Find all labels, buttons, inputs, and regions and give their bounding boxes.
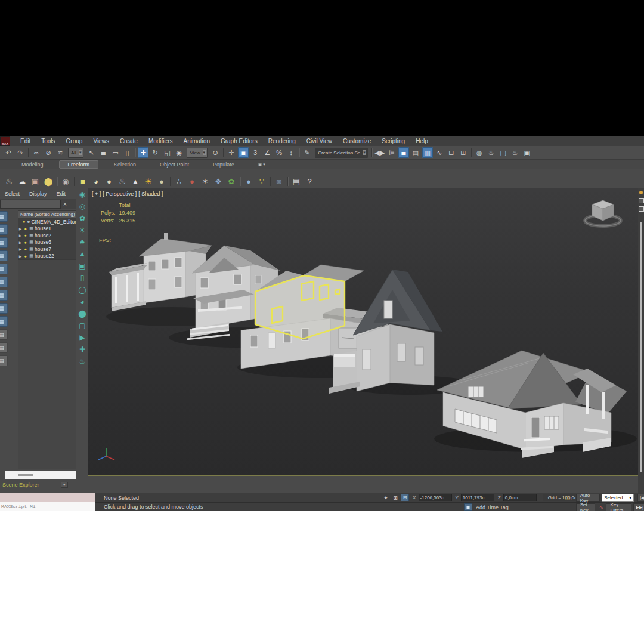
- teapot-tool-icon[interactable]: ♨: [79, 355, 86, 367]
- named-selection-set-dropdown[interactable]: Create Selection Se▾: [315, 148, 368, 158]
- snaps-toggle-icon[interactable]: ▣: [238, 147, 249, 158]
- selected-dropdown[interactable]: Selected▾: [602, 494, 634, 502]
- rectangular-region-icon[interactable]: ▭: [110, 147, 120, 158]
- isolate-selection-icon[interactable]: ✦: [382, 495, 390, 501]
- scatter-icon[interactable]: ∴: [173, 175, 185, 187]
- explorer-horizontal-scrollbar[interactable]: [5, 471, 76, 479]
- render-setup-icon[interactable]: ♨: [486, 147, 497, 158]
- light-bulb-icon[interactable]: ●: [23, 233, 28, 237]
- redo-icon[interactable]: ↷: [15, 147, 26, 158]
- dock-icon-3[interactable]: ▦: [0, 237, 8, 248]
- max-logo-icon[interactable]: MAX: [0, 136, 10, 146]
- select-and-manipulate-icon[interactable]: ✛: [226, 147, 237, 158]
- expand-arrow-icon[interactable]: ▶: [18, 240, 23, 244]
- plant-icon[interactable]: ✿: [79, 212, 85, 224]
- light-bulb-icon[interactable]: ●: [23, 240, 28, 244]
- select-by-name-icon[interactable]: ≣: [98, 147, 109, 158]
- explorer-row-house1[interactable]: ▶●▦house1: [18, 225, 76, 233]
- mirror-icon[interactable]: ◀▶: [374, 147, 385, 158]
- lamp-icon[interactable]: ⬤: [42, 175, 54, 187]
- dock-icon-9[interactable]: ▦: [0, 316, 8, 327]
- rendered-frame-icon[interactable]: ▢: [498, 147, 509, 158]
- cloud-icon[interactable]: ☁: [16, 175, 28, 187]
- menu-edit[interactable]: Edit: [15, 138, 36, 144]
- teapot2-icon[interactable]: ♨: [116, 175, 128, 187]
- select-and-move-icon[interactable]: ✚: [138, 147, 148, 158]
- dock-icon-6[interactable]: ▦: [0, 277, 8, 287]
- explorer-menu-select[interactable]: Select: [0, 191, 24, 197]
- select-and-place-icon[interactable]: ◉: [174, 147, 184, 158]
- dock-icon-12[interactable]: ▤: [0, 355, 8, 366]
- orbit-icon[interactable]: ◯: [78, 284, 86, 296]
- help-icon[interactable]: ?: [304, 175, 315, 187]
- menu-tools[interactable]: Tools: [36, 138, 60, 144]
- menu-customize[interactable]: Customize: [338, 138, 376, 144]
- window-tool-icon[interactable]: ▢: [79, 320, 85, 332]
- dock-icon-4[interactable]: ▦: [0, 250, 8, 261]
- scene-explorer-toggle-icon[interactable]: ▥: [422, 147, 433, 158]
- angle-snap-icon[interactable]: ∠: [262, 147, 273, 158]
- panel-splitter[interactable]: [640, 222, 642, 472]
- explorer-menu-display[interactable]: Display: [24, 191, 52, 197]
- menu-graph-editors[interactable]: Graph Editors: [215, 138, 263, 144]
- rock-icon[interactable]: ❖: [212, 175, 224, 187]
- curve-editor-icon[interactable]: ∿: [434, 147, 445, 158]
- expand-arrow-icon[interactable]: ▶: [18, 254, 23, 258]
- sun-icon[interactable]: ☀: [143, 175, 154, 187]
- book-icon[interactable]: ▤: [290, 175, 302, 187]
- image-window-icon[interactable]: ▣: [29, 175, 41, 187]
- menu-help[interactable]: Help: [410, 138, 434, 144]
- set-key-button[interactable]: Set Key: [576, 503, 595, 512]
- dock-icon-2[interactable]: ▦: [0, 224, 8, 235]
- expand-arrow-icon[interactable]: ▶: [18, 233, 23, 237]
- spinner-snap-icon[interactable]: ↕: [286, 147, 296, 158]
- tab-freeform[interactable]: Freeform: [59, 160, 99, 169]
- mountain-icon[interactable]: ▲: [79, 248, 86, 260]
- menu-rendering[interactable]: Rendering: [263, 138, 301, 144]
- biped-icon[interactable]: ✶: [199, 175, 211, 187]
- grass-icon[interactable]: ✿: [225, 175, 237, 187]
- select-and-rotate-icon[interactable]: ↻: [150, 147, 160, 158]
- image-frame-icon[interactable]: ▣: [79, 260, 85, 272]
- undo-icon[interactable]: ↶: [3, 147, 14, 158]
- manage-layers-icon[interactable]: ≣: [398, 147, 409, 158]
- menu-views[interactable]: Views: [88, 138, 114, 144]
- window-crossing-icon[interactable]: ▯: [122, 147, 132, 158]
- dock-icon-5[interactable]: ▦: [0, 264, 8, 274]
- clip-icon[interactable]: ▶: [79, 332, 85, 343]
- unlink-icon[interactable]: ⊘: [43, 147, 54, 158]
- trees-icon[interactable]: ♣: [80, 236, 85, 248]
- explorer-menu-button[interactable]: ▾: [61, 482, 68, 488]
- menu-scripting[interactable]: Scripting: [376, 138, 410, 144]
- schematic-view-icon[interactable]: ⊞: [458, 147, 469, 158]
- percent-snap-icon[interactable]: %: [274, 147, 284, 158]
- explorer-row-house22[interactable]: ▶●▦house22: [18, 253, 76, 260]
- maxscript-mini-listener[interactable]: MAXScript Mi: [0, 502, 95, 511]
- bind-spacewarp-icon[interactable]: ≋: [55, 147, 66, 158]
- tab-modeling[interactable]: Modeling: [13, 161, 52, 168]
- dome-icon[interactable]: ◕: [90, 175, 102, 187]
- sphere-box-icon[interactable]: ◙: [273, 175, 285, 187]
- menu-modifiers[interactable]: Modifiers: [143, 138, 178, 144]
- expand-arrow-icon[interactable]: ▶: [18, 247, 23, 251]
- add-time-tag[interactable]: Add Time Tag: [472, 504, 509, 510]
- menu-animation[interactable]: Animation: [178, 138, 215, 144]
- use-pivot-center-icon[interactable]: ⊙: [210, 147, 221, 158]
- absolute-mode-icon[interactable]: ⊞: [401, 494, 409, 501]
- menu-civil-view[interactable]: Civil View: [301, 138, 338, 144]
- dock-icon-7[interactable]: ▦: [0, 290, 8, 301]
- explorer-row-cinema_4d_editor[interactable]: ●☻CINEMA_4D_Editor: [18, 218, 76, 225]
- edit-named-selections-icon[interactable]: ✎: [302, 147, 312, 158]
- menu-create[interactable]: Create: [114, 138, 143, 144]
- go-to-start-button[interactable]: |◀◀: [637, 494, 644, 502]
- selection-filter-dropdown[interactable]: All▾: [68, 148, 83, 158]
- render-production-icon[interactable]: ♨: [510, 147, 521, 158]
- light-bulb-icon[interactable]: ●: [23, 247, 28, 251]
- sphere-panel-icon[interactable]: ◕: [80, 296, 84, 308]
- dope-sheet-icon[interactable]: ⊟: [446, 147, 457, 158]
- select-and-scale-icon[interactable]: ◱: [162, 147, 172, 158]
- grid-add-icon[interactable]: ✚: [79, 343, 85, 355]
- dock-icon-10[interactable]: ▤: [0, 329, 8, 340]
- explorer-menu-edit[interactable]: Edit: [52, 191, 71, 197]
- box-primitive-icon[interactable]: ■: [77, 175, 89, 187]
